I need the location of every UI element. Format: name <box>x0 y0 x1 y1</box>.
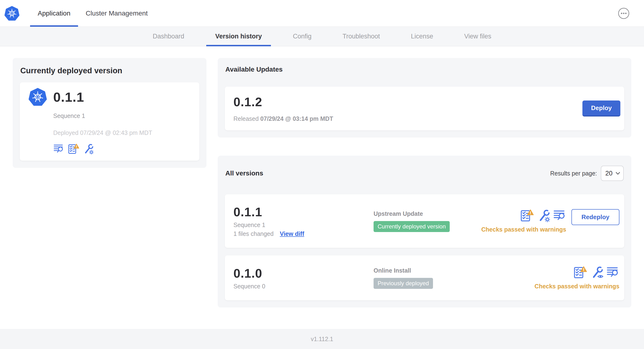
version-row-0-1-1: 0.1.1 Sequence 1 1 files changed View di… <box>225 194 624 248</box>
all-versions-card: All versions Results per page: 20 0.1.1 … <box>218 156 631 308</box>
deployed-version-number: 0.1.1 <box>53 89 84 105</box>
overflow-menu-button[interactable] <box>618 8 630 19</box>
subtab-dashboard[interactable]: Dashboard <box>144 27 193 46</box>
update-version-number: 0.1.2 <box>234 95 333 109</box>
app-subnav: Dashboard Version history Config Trouble… <box>0 27 644 46</box>
main-content: Currently deployed version 0.1.1 Sequenc… <box>0 46 644 329</box>
subtab-config[interactable]: Config <box>284 27 320 46</box>
config-wrench-gear-icon[interactable] <box>537 209 550 222</box>
row-sequence: Sequence 0 <box>234 283 374 290</box>
console-version: v1.112.1 <box>311 336 333 342</box>
deploy-button[interactable]: Deploy <box>582 100 620 116</box>
diff-logs-icon[interactable] <box>553 209 566 222</box>
subtab-version-history[interactable]: Version history <box>206 27 271 46</box>
subtab-troubleshoot[interactable]: Troubleshoot <box>334 27 389 46</box>
right-column: Available Updates 0.1.2 Released 07/29/2… <box>218 58 631 308</box>
available-updates-title: Available Updates <box>225 66 624 73</box>
config-wrench-gear-icon[interactable] <box>82 144 94 154</box>
checks-status-text[interactable]: Checks passed with warnings <box>534 283 620 290</box>
kubernetes-logo-icon <box>28 88 47 106</box>
preflight-checks-warning-icon[interactable] <box>573 266 587 279</box>
results-per-page-label: Results per page: <box>550 170 597 177</box>
view-diff-link[interactable]: View diff <box>280 230 304 237</box>
top-navbar: Application Cluster Management <box>0 0 644 27</box>
row-source-label: Online Install <box>374 267 534 274</box>
subtab-view-files[interactable]: View files <box>455 27 500 46</box>
ellipsis-circle-icon <box>618 8 630 19</box>
deployed-sequence: Sequence 1 <box>53 112 191 119</box>
update-row: 0.1.2 Released 07/29/24 @ 03:14 pm MDT D… <box>225 87 624 130</box>
top-tabs: Application Cluster Management <box>30 0 156 26</box>
currently-deployed-card: Currently deployed version 0.1.1 Sequenc… <box>13 58 206 168</box>
deployed-version-card: 0.1.1 Sequence 1 Deployed 07/29/24 @ 02:… <box>20 82 199 161</box>
preflight-checks-warning-icon[interactable] <box>68 144 79 154</box>
files-changed: 1 files changed <box>234 230 274 237</box>
subtab-license[interactable]: License <box>402 27 442 46</box>
redeploy-button[interactable]: Redeploy <box>572 209 620 225</box>
status-badge-previously-deployed: Previously deployed <box>374 278 433 289</box>
app-logo-kubernetes-icon <box>4 6 20 21</box>
deployed-timestamp: Deployed 07/29/24 @ 02:43 pm MDT <box>53 130 191 136</box>
tab-cluster-management[interactable]: Cluster Management <box>78 0 156 26</box>
tab-application[interactable]: Application <box>30 0 78 26</box>
chevron-down-icon <box>616 172 620 175</box>
status-badge-currently-deployed: Currently deployed version <box>374 221 450 232</box>
diff-logs-icon[interactable] <box>606 266 620 279</box>
footer: v1.112.1 <box>0 329 644 349</box>
row-source-label: Upstream Update <box>374 210 481 217</box>
view-config-wrench-eye-icon[interactable] <box>590 266 603 279</box>
available-updates-card: Available Updates 0.1.2 Released 07/29/2… <box>218 58 631 138</box>
currently-deployed-title: Currently deployed version <box>20 66 199 75</box>
update-released-date: 07/29/24 @ 03:14 pm MDT <box>260 115 333 122</box>
row-sequence: Sequence 1 <box>234 222 374 228</box>
update-released-line: Released 07/29/24 @ 03:14 pm MDT <box>234 115 333 122</box>
deployed-version-actions <box>53 144 191 154</box>
row-version-number: 0.1.0 <box>234 266 374 280</box>
checks-status-text[interactable]: Checks passed with warnings <box>481 226 566 233</box>
all-versions-title: All versions <box>225 170 263 177</box>
results-per-page-select[interactable]: 20 <box>601 166 624 181</box>
diff-logs-icon[interactable] <box>53 144 64 154</box>
preflight-checks-warning-icon[interactable] <box>520 209 534 222</box>
version-row-0-1-0: 0.1.0 Sequence 0 Online Install Previous… <box>225 256 624 300</box>
row-version-number: 0.1.1 <box>234 205 374 219</box>
